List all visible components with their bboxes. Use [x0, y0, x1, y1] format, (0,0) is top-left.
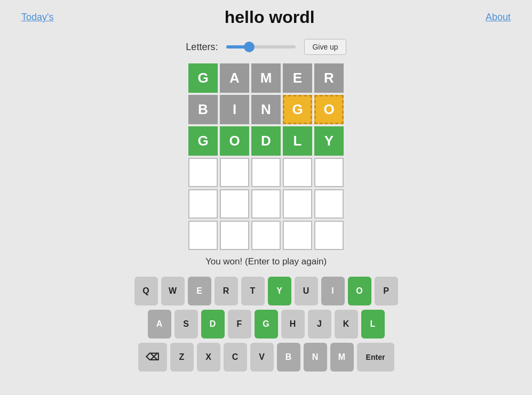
- cell-1-2: N: [251, 95, 281, 124]
- cell-3-0: [188, 158, 218, 187]
- key-r[interactable]: R: [215, 277, 238, 305]
- cell-0-4: R: [314, 63, 344, 93]
- about-link[interactable]: About: [486, 12, 511, 23]
- key-l[interactable]: L: [361, 310, 385, 338]
- key-e[interactable]: E: [188, 277, 211, 305]
- cell-4-0: [188, 189, 218, 219]
- key-enter[interactable]: Enter: [357, 343, 394, 372]
- cell-5-2: [251, 221, 281, 250]
- cell-3-4: [314, 158, 344, 187]
- key-x[interactable]: X: [197, 343, 220, 372]
- key-f[interactable]: F: [228, 310, 251, 338]
- key-h[interactable]: H: [281, 310, 305, 338]
- key-k[interactable]: K: [335, 310, 358, 338]
- key-b[interactable]: B: [277, 343, 300, 372]
- cell-4-4: [314, 189, 344, 219]
- key-z[interactable]: Z: [170, 343, 194, 372]
- todays-link[interactable]: Today's: [21, 12, 53, 23]
- key-n[interactable]: N: [304, 343, 327, 372]
- cell-2-1: O: [220, 126, 249, 156]
- letters-slider[interactable]: [226, 45, 296, 49]
- key-q[interactable]: Q: [134, 277, 158, 305]
- key-g[interactable]: G: [255, 310, 278, 338]
- key-a[interactable]: A: [148, 310, 171, 338]
- cell-1-1: I: [220, 95, 249, 124]
- key-i[interactable]: I: [321, 277, 345, 305]
- cell-4-3: [283, 189, 312, 219]
- key-j[interactable]: J: [308, 310, 331, 338]
- key-p[interactable]: P: [375, 277, 398, 305]
- cell-1-3: G: [283, 95, 312, 124]
- cell-5-1: [220, 221, 249, 250]
- game-grid: GAMERBINGOGODLY: [188, 63, 344, 250]
- controls-row: Letters: Give up: [0, 39, 532, 55]
- key-y[interactable]: Y: [268, 277, 291, 305]
- cell-1-4: O: [314, 95, 344, 124]
- cell-3-3: [283, 158, 312, 187]
- cell-2-2: D: [251, 126, 281, 156]
- cell-4-1: [220, 189, 249, 219]
- cell-3-2: [251, 158, 281, 187]
- header: Today's hello wordl About: [0, 0, 532, 35]
- cell-3-1: [220, 158, 249, 187]
- key-d[interactable]: D: [201, 310, 225, 338]
- cell-0-1: A: [220, 63, 249, 93]
- cell-2-3: L: [283, 126, 312, 156]
- key-w[interactable]: W: [161, 277, 185, 305]
- cell-0-2: M: [251, 63, 281, 93]
- cell-0-3: E: [283, 63, 312, 93]
- cell-2-4: Y: [314, 126, 344, 156]
- keyboard-row-0: QWERTYUIOP: [134, 277, 398, 305]
- keyboard-row-1: ASDFGHJKL: [148, 310, 385, 338]
- keyboard: QWERTYUIOPASDFGHJKL⌫ZXCVBNMEnter: [0, 277, 532, 372]
- cell-4-2: [251, 189, 281, 219]
- key-u[interactable]: U: [295, 277, 318, 305]
- cell-5-3: [283, 221, 312, 250]
- key-o[interactable]: O: [348, 277, 371, 305]
- key-v[interactable]: V: [250, 343, 274, 372]
- key-s[interactable]: S: [174, 310, 198, 338]
- cell-5-0: [188, 221, 218, 250]
- key-t[interactable]: T: [241, 277, 265, 305]
- key-c[interactable]: C: [224, 343, 247, 372]
- letters-label: Letters:: [186, 42, 218, 53]
- game-grid-container: GAMERBINGOGODLY: [0, 63, 532, 250]
- page-title: hello wordl: [225, 7, 315, 27]
- cell-0-0: G: [188, 63, 218, 93]
- cell-2-0: G: [188, 126, 218, 156]
- key-m[interactable]: M: [330, 343, 354, 372]
- cell-5-4: [314, 221, 344, 250]
- status-message: You won! (Enter to play again): [0, 256, 532, 267]
- backspace-icon: ⌫: [146, 351, 159, 363]
- cell-1-0: B: [188, 95, 218, 124]
- give-up-button[interactable]: Give up: [304, 39, 346, 55]
- key-backspace[interactable]: ⌫: [138, 343, 167, 372]
- keyboard-row-2: ⌫ZXCVBNMEnter: [138, 343, 394, 372]
